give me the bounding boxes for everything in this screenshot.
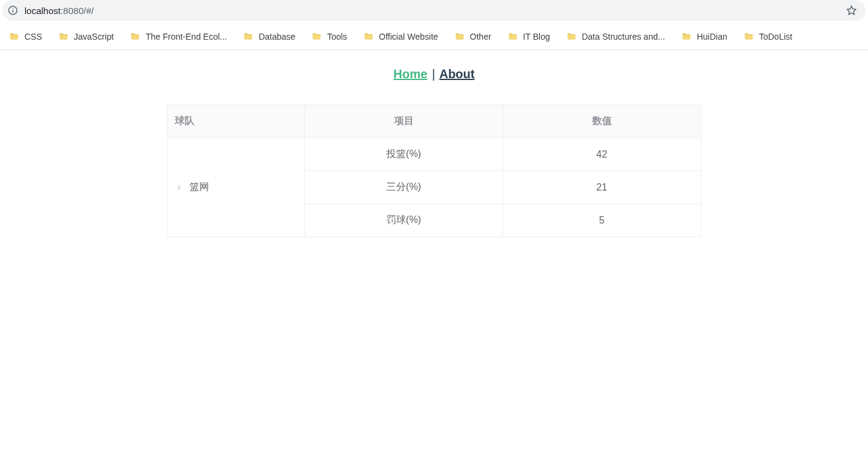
bookmark-label: Database [259, 32, 295, 42]
bookmark-item[interactable]: CSS [2, 28, 48, 45]
url-text[interactable]: localhost:8080/#/ [24, 5, 846, 16]
bookmark-label: CSS [24, 32, 42, 42]
url-path: :8080/#/ [61, 5, 94, 16]
url-host: localhost [24, 5, 61, 16]
page-content: Home | About 球队 项目 数值 [0, 50, 868, 237]
bookmark-star-icon[interactable] [846, 5, 857, 16]
address-bar[interactable]: localhost:8080/#/ [2, 0, 866, 21]
bookmark-item[interactable]: JavaScript [52, 28, 120, 45]
bookmark-item[interactable]: Other [448, 28, 498, 45]
info-icon[interactable] [7, 5, 18, 16]
svg-point-2 [12, 8, 13, 9]
expand-toggle[interactable]: 篮网 [175, 181, 209, 194]
header-value: 数值 [503, 105, 701, 138]
item-cell: 罚球(%) [305, 204, 503, 237]
value-cell: 42 [503, 138, 701, 171]
bookmark-label: IT Blog [523, 32, 550, 42]
value-cell: 21 [503, 171, 701, 204]
bookmark-label: Data Structures and... [582, 32, 665, 42]
bookmark-item[interactable]: Database [237, 28, 301, 45]
bookmark-label: The Front-End Ecol... [145, 32, 227, 42]
bookmark-item[interactable]: Data Structures and... [560, 28, 671, 45]
bookmark-label: Tools [327, 32, 347, 42]
bookmark-label: HuiDian [697, 32, 727, 42]
table-body: 篮网 投篮(%) 42 三分(%) 21 罚球(%) 5 [167, 138, 701, 237]
table-header-row: 球队 项目 数值 [167, 105, 701, 138]
header-team: 球队 [167, 105, 305, 138]
bookmarks-bar: CSSJavaScriptThe Front-End Ecol...Databa… [0, 23, 868, 50]
value-cell: 5 [503, 204, 701, 237]
bookmark-item[interactable]: Official Website [357, 28, 444, 45]
bookmark-label: Official Website [379, 32, 438, 42]
header-item: 项目 [305, 105, 503, 138]
bookmark-item[interactable]: IT Blog [501, 28, 556, 45]
bookmark-item[interactable]: Tools [305, 28, 353, 45]
bookmark-item[interactable]: The Front-End Ecol... [123, 28, 233, 45]
bookmark-item[interactable]: ToDoList [737, 28, 798, 45]
team-name: 篮网 [189, 181, 209, 194]
bookmark-item[interactable]: HuiDian [675, 28, 734, 45]
bookmark-label: ToDoList [759, 32, 792, 42]
nav-separator: | [431, 67, 436, 81]
team-cell: 篮网 [167, 138, 305, 237]
svg-marker-3 [847, 6, 856, 15]
item-cell: 三分(%) [305, 171, 503, 204]
table-container: 球队 项目 数值 篮网 [167, 104, 701, 237]
data-table: 球队 项目 数值 篮网 [167, 104, 701, 237]
nav-link-about[interactable]: About [440, 67, 475, 81]
chevron-right-icon [175, 183, 183, 192]
item-cell: 投篮(%) [305, 138, 503, 171]
nav-links: Home | About [0, 67, 868, 81]
nav-link-home[interactable]: Home [394, 67, 428, 81]
bookmark-label: JavaScript [74, 32, 114, 42]
table-row: 篮网 投篮(%) 42 [167, 138, 701, 171]
bookmark-label: Other [470, 32, 491, 42]
